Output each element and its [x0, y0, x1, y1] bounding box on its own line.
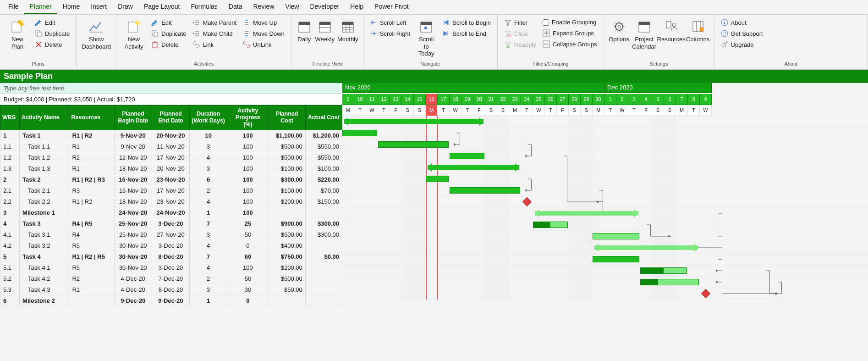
task-bar[interactable] [450, 153, 484, 159]
collapse-groups-button[interactable]: Collapse Groups [540, 39, 600, 49]
task-bar[interactable] [450, 187, 520, 194]
menu-formulas[interactable]: Formulas [186, 0, 223, 14]
task-bar[interactable] [593, 256, 639, 262]
gantt-row[interactable] [342, 116, 868, 128]
table-row[interactable]: 5Task 4R1 | R2 | R530-Nov-208-Dec-20760$… [0, 251, 342, 262]
daily-button[interactable]: Daily [295, 17, 313, 45]
table-row[interactable]: 5.1Task 4.1R530-Nov-203-Dec-204100$200.0… [0, 262, 342, 273]
gantt-chart[interactable]: MTWTFSSMTWTFSSMTWTFSSMTWTFSSMTW [342, 105, 868, 306]
delete-plan-button[interactable]: Delete [32, 39, 72, 50]
options-button[interactable]: Options [608, 17, 631, 45]
col-header[interactable]: Planned Cost [269, 105, 305, 130]
gantt-row[interactable] [342, 185, 868, 196]
task-bar[interactable] [342, 130, 377, 136]
gantt-row[interactable] [342, 277, 868, 288]
menu-insert[interactable]: Insert [85, 0, 112, 14]
edit-activity-button[interactable]: Edit [148, 17, 189, 28]
milestone-marker[interactable] [701, 289, 710, 298]
gantt-row[interactable] [342, 208, 868, 219]
scroll-end-button[interactable]: Scroll to End [439, 28, 494, 39]
about-button[interactable]: About [718, 17, 766, 28]
table-row[interactable]: 1.2Task 1.2R212-Nov-2017-Nov-204100$500.… [0, 152, 342, 163]
get-support-button[interactable]: ?Get Support [718, 28, 766, 39]
filter-button[interactable]: Filter [501, 17, 539, 28]
table-row[interactable]: 1.3Task 1.3R118-Nov-2020-Nov-203100$100.… [0, 163, 342, 174]
show-dashboard-button[interactable]: Show Dashboard [80, 17, 112, 52]
enable-grouping-checkbox[interactable]: Enable Grouping [540, 17, 600, 27]
reapply-filter-button[interactable]: Reapply [501, 39, 539, 50]
menu-view[interactable]: View [280, 0, 304, 14]
task-bar[interactable] [593, 233, 639, 239]
col-header[interactable]: Planned Begin Date [114, 105, 152, 130]
gantt-row[interactable] [342, 219, 868, 231]
delete-activity-button[interactable]: Delete [148, 39, 189, 50]
upgrade-button[interactable]: Upgrade [718, 39, 766, 50]
table-row[interactable]: 4Task 3R4 | R525-Nov-203-Dec-20725$900.0… [0, 218, 342, 229]
scroll-left-button[interactable]: Scroll Left [367, 17, 413, 28]
scroll-begin-button[interactable]: Scroll to Begin [439, 17, 494, 28]
table-row[interactable]: 4.2Task 3.2R530-Nov-203-Dec-2040$400.00 [0, 240, 342, 251]
menu-help[interactable]: Help [345, 0, 369, 14]
col-header[interactable]: Actual Cost [305, 105, 342, 130]
task-grid[interactable]: WBSActivity NameResourcesPlanned Begin D… [0, 105, 342, 306]
menu-page-layout[interactable]: Page Layout [138, 0, 186, 14]
gantt-row[interactable] [342, 265, 868, 277]
col-header[interactable]: Resources [69, 105, 114, 130]
menu-planner[interactable]: Planner [24, 0, 57, 14]
table-row[interactable]: 6Milestone 29-Dec-209-Dec-2010 [0, 295, 342, 306]
table-row[interactable]: 4.1Task 3.1R425-Nov-2027-Nov-20350$500.0… [0, 229, 342, 240]
scroll-today-button[interactable]: Scroll to Today [414, 17, 439, 59]
col-header[interactable]: Duration (Work Days) [190, 105, 227, 130]
summary-bar[interactable] [535, 211, 638, 216]
gantt-row[interactable] [342, 231, 868, 242]
table-row[interactable]: 1Task 1R1 | R29-Nov-2020-Nov-2010100$1,1… [0, 130, 342, 141]
duplicate-plan-button[interactable]: Duplicate [32, 28, 72, 39]
expand-groups-button[interactable]: Expand Groups [540, 28, 600, 38]
new-activity-button[interactable]: New Activity [120, 17, 148, 52]
summary-bar[interactable] [594, 245, 698, 250]
make-parent-button[interactable]: Make Parent [190, 17, 239, 28]
free-text-input[interactable]: Type any free text here [0, 83, 342, 94]
unlink-button[interactable]: UnLink [240, 39, 287, 50]
move-up-button[interactable]: Move Up [240, 17, 287, 28]
link-button[interactable]: Link [190, 39, 239, 50]
menu-draw[interactable]: Draw [112, 0, 138, 14]
project-calendar-button[interactable]: Project Calendar [632, 17, 657, 52]
task-bar[interactable] [640, 279, 699, 285]
task-bar[interactable] [640, 267, 687, 274]
menu-developer[interactable]: Developer [304, 0, 345, 14]
gantt-row[interactable] [342, 150, 868, 162]
gantt-row[interactable] [342, 128, 868, 139]
gantt-row[interactable] [342, 288, 868, 300]
task-bar[interactable] [426, 176, 449, 182]
table-row[interactable]: 2.1Task 2.1R316-Nov-2017-Nov-202100$100.… [0, 185, 342, 196]
table-row[interactable]: 2.2Task 2.2R1 | R218-Nov-2023-Nov-204100… [0, 196, 342, 207]
monthly-button[interactable]: Monthly [336, 17, 359, 45]
move-down-button[interactable]: Move Down [240, 28, 287, 39]
table-row[interactable]: 5.3Task 4.3R14-Dec-208-Dec-20330$50.00 [0, 284, 342, 295]
gantt-row[interactable] [342, 242, 868, 254]
columns-button[interactable]: Columns [686, 17, 710, 45]
menu-power-pivot[interactable]: Power Pivot [369, 0, 414, 14]
summary-bar[interactable] [344, 119, 483, 124]
edit-plan-button[interactable]: Edit [32, 17, 72, 28]
table-row[interactable]: 5.2Task 4.2R24-Dec-207-Dec-20250$500.00 [0, 273, 342, 284]
resources-button[interactable]: Resources [658, 17, 685, 45]
gantt-row[interactable] [342, 139, 868, 150]
scroll-right-button[interactable]: Scroll Right [367, 28, 413, 39]
table-row[interactable]: 1.1Task 1.1R19-Nov-2011-Nov-203100$500.0… [0, 141, 342, 152]
task-bar[interactable] [378, 141, 449, 148]
col-header[interactable]: Activity Progress (%) [227, 105, 269, 130]
gantt-row[interactable] [342, 162, 868, 173]
milestone-marker[interactable] [522, 197, 532, 206]
new-plan-button[interactable]: New Plan [4, 17, 31, 52]
menu-data[interactable]: Data [223, 0, 248, 14]
col-header[interactable]: Activity Name [20, 105, 69, 130]
duplicate-activity-button[interactable]: Duplicate [148, 28, 189, 39]
make-child-button[interactable]: Make Child [190, 28, 239, 39]
clear-filter-button[interactable]: Clear [501, 28, 539, 39]
menu-home[interactable]: Home [57, 0, 85, 14]
gantt-row[interactable] [342, 173, 868, 185]
gantt-row[interactable] [342, 196, 868, 208]
summary-bar[interactable] [428, 165, 519, 170]
